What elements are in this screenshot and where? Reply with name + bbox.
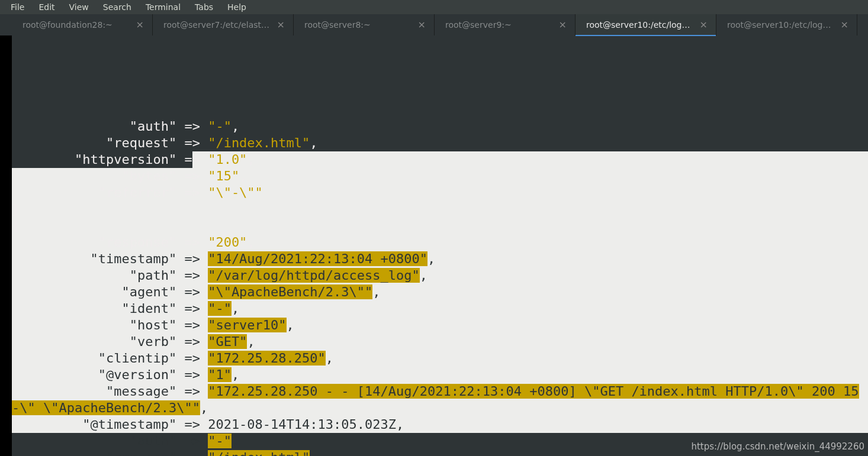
close-icon[interactable]: × [557, 20, 569, 30]
output-line: "@version" => "1", [12, 367, 868, 383]
menu-terminal[interactable]: Terminal [139, 2, 188, 12]
tab-bar: root@foundation28:~×root@server7:/etc/el… [0, 14, 868, 35]
output-line: "message" => "172.25.28.250 - - [14/Aug/… [12, 383, 868, 400]
output-line: "verb" => "GET", [12, 334, 868, 350]
tab-title: root@foundation28:~ [22, 20, 134, 30]
close-icon[interactable]: × [134, 20, 146, 30]
close-icon[interactable]: × [275, 20, 287, 30]
menu-edit[interactable]: Edit [31, 2, 62, 12]
output-line: "agent" => "\"ApacheBench/2.3\"", [12, 284, 868, 300]
menu-search[interactable]: Search [96, 2, 139, 12]
terminal-tab[interactable]: root@server10:/etc/logst...× [576, 14, 716, 35]
terminal-tab[interactable]: root@server9:~× [435, 14, 576, 35]
tab-title: root@server10:/etc/logst... [586, 20, 697, 30]
output-line: "bytes" => "15", [12, 168, 868, 185]
output-line: "timestamp" => "14/Aug/2021:22:13:04 +08… [12, 251, 868, 267]
terminal-tab[interactable]: root@server8:~× [294, 14, 435, 35]
terminal-tab[interactable]: root@server10:/etc/logs...× [716, 14, 857, 35]
output-line: "response" => "200", [12, 234, 868, 251]
output-line: "host" => "server10", [12, 317, 868, 334]
terminal-tab[interactable]: root@foundation28:~× [12, 14, 153, 35]
menu-help[interactable]: Help [220, 2, 253, 12]
output-line: { [12, 218, 868, 234]
output-line: "referrer" => "\"-\"" [12, 185, 868, 201]
output-line: "path" => "/var/log/httpd/access_log", [12, 267, 868, 284]
output-line: "@timestamp" => 2021-08-14T14:13:05.023Z… [12, 416, 868, 433]
menu-view[interactable]: View [62, 2, 96, 12]
tab-title: root@server10:/etc/logs... [727, 20, 838, 30]
close-icon[interactable]: × [838, 20, 851, 30]
tab-title: root@server9:~ [445, 20, 557, 30]
output-line: "ident" => "-", [12, 300, 868, 317]
output-line: } [12, 201, 868, 218]
terminal-tab[interactable]: root@server7:/etc/elasti...× [153, 14, 294, 35]
menu-file[interactable]: File [4, 2, 31, 12]
close-icon[interactable]: × [697, 20, 710, 30]
output-line: -\" \"ApacheBench/2.3\"", [12, 400, 868, 416]
watermark-text: https://blog.csdn.net/weixin_44992260 [691, 438, 864, 455]
terminal-output[interactable]: "auth" => "-", "request" => "/index.html… [0, 35, 868, 456]
menu-tabs[interactable]: Tabs [188, 2, 220, 12]
tab-title: root@server8:~ [304, 20, 416, 30]
output-line: "request" => "/index.html", [12, 135, 868, 151]
menubar: FileEditViewSearchTerminalTabsHelp [0, 0, 868, 14]
tab-title: root@server7:/etc/elasti... [163, 20, 275, 30]
output-line: "clientip" => "172.25.28.250", [12, 350, 868, 367]
close-icon[interactable]: × [416, 20, 428, 30]
output-line: "httpversion" => "1.0", [12, 151, 868, 168]
output-line: "auth" => "-", [12, 118, 868, 135]
